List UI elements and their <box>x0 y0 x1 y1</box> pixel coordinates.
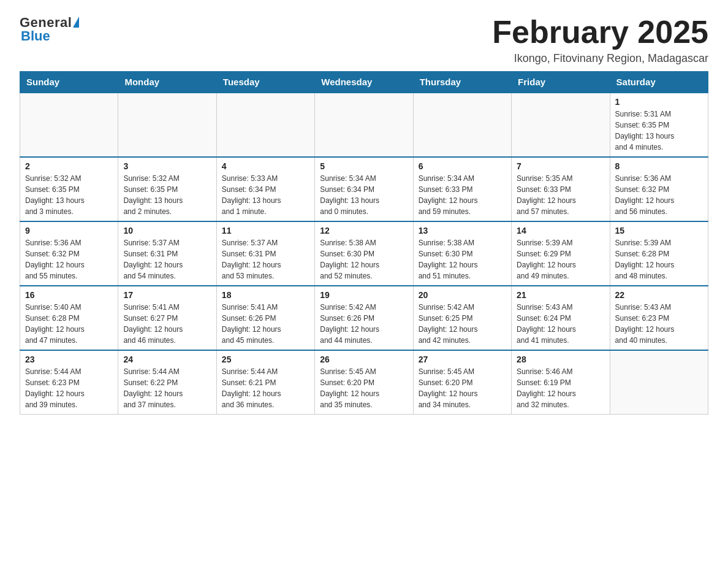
day-info: Sunrise: 5:35 AMSunset: 6:33 PMDaylight:… <box>517 173 604 217</box>
location-title: Ikongo, Fitovinany Region, Madagascar <box>492 52 708 65</box>
day-number: 21 <box>517 290 604 300</box>
day-info: Sunrise: 5:34 AMSunset: 6:33 PMDaylight:… <box>419 173 506 217</box>
calendar-day-cell <box>315 93 413 157</box>
day-number: 10 <box>123 226 211 236</box>
calendar-day-cell: 18Sunrise: 5:41 AMSunset: 6:26 PMDayligh… <box>216 286 314 350</box>
calendar-day-cell <box>610 350 708 415</box>
day-number: 23 <box>25 354 113 364</box>
day-number: 9 <box>25 226 113 236</box>
day-number: 1 <box>615 97 703 107</box>
day-info: Sunrise: 5:40 AMSunset: 6:28 PMDaylight:… <box>25 302 113 346</box>
calendar-day-cell: 22Sunrise: 5:43 AMSunset: 6:23 PMDayligh… <box>610 286 708 350</box>
day-info: Sunrise: 5:44 AMSunset: 6:21 PMDaylight:… <box>222 366 309 410</box>
calendar-day-cell <box>118 93 216 157</box>
day-info: Sunrise: 5:41 AMSunset: 6:26 PMDaylight:… <box>222 302 309 346</box>
day-info: Sunrise: 5:34 AMSunset: 6:34 PMDaylight:… <box>320 173 408 217</box>
calendar-day-cell: 24Sunrise: 5:44 AMSunset: 6:22 PMDayligh… <box>118 350 216 415</box>
calendar-header-sunday: Sunday <box>20 72 118 93</box>
day-info: Sunrise: 5:37 AMSunset: 6:31 PMDaylight:… <box>123 237 211 282</box>
calendar-day-cell: 23Sunrise: 5:44 AMSunset: 6:23 PMDayligh… <box>20 350 118 415</box>
calendar-day-cell: 2Sunrise: 5:32 AMSunset: 6:35 PMDaylight… <box>20 157 118 221</box>
calendar-day-cell: 20Sunrise: 5:42 AMSunset: 6:25 PMDayligh… <box>413 286 511 350</box>
day-info: Sunrise: 5:32 AMSunset: 6:35 PMDaylight:… <box>123 173 211 217</box>
month-title: February 2025 <box>492 15 708 50</box>
calendar-week-row: 23Sunrise: 5:44 AMSunset: 6:23 PMDayligh… <box>20 350 708 415</box>
calendar-day-cell: 28Sunrise: 5:46 AMSunset: 6:19 PMDayligh… <box>512 350 610 415</box>
calendar-week-row: 2Sunrise: 5:32 AMSunset: 6:35 PMDaylight… <box>20 157 708 221</box>
day-info: Sunrise: 5:43 AMSunset: 6:23 PMDaylight:… <box>615 302 703 346</box>
day-number: 22 <box>615 290 703 300</box>
day-number: 24 <box>123 354 211 364</box>
day-number: 4 <box>222 161 309 171</box>
day-number: 18 <box>222 290 309 300</box>
day-info: Sunrise: 5:38 AMSunset: 6:30 PMDaylight:… <box>320 237 408 282</box>
logo-triangle-icon <box>73 17 79 28</box>
calendar-day-cell: 5Sunrise: 5:34 AMSunset: 6:34 PMDaylight… <box>315 157 413 221</box>
calendar-day-cell: 17Sunrise: 5:41 AMSunset: 6:27 PMDayligh… <box>118 286 216 350</box>
calendar-day-cell: 12Sunrise: 5:38 AMSunset: 6:30 PMDayligh… <box>315 221 413 286</box>
calendar-day-cell <box>413 93 511 157</box>
calendar-day-cell: 15Sunrise: 5:39 AMSunset: 6:28 PMDayligh… <box>610 221 708 286</box>
day-number: 5 <box>320 161 408 171</box>
page-header: General Blue February 2025 Ikongo, Fitov… <box>20 15 708 65</box>
calendar-day-cell: 8Sunrise: 5:36 AMSunset: 6:32 PMDaylight… <box>610 157 708 221</box>
day-info: Sunrise: 5:33 AMSunset: 6:34 PMDaylight:… <box>222 173 309 217</box>
day-number: 14 <box>517 226 604 236</box>
day-info: Sunrise: 5:46 AMSunset: 6:19 PMDaylight:… <box>517 366 604 410</box>
day-number: 13 <box>419 226 506 236</box>
day-number: 3 <box>123 161 211 171</box>
calendar-header-row: SundayMondayTuesdayWednesdayThursdayFrid… <box>20 72 708 93</box>
day-number: 2 <box>25 161 113 171</box>
calendar-table: SundayMondayTuesdayWednesdayThursdayFrid… <box>20 71 708 415</box>
calendar-header-thursday: Thursday <box>413 72 511 93</box>
calendar-day-cell: 13Sunrise: 5:38 AMSunset: 6:30 PMDayligh… <box>413 221 511 286</box>
day-info: Sunrise: 5:44 AMSunset: 6:22 PMDaylight:… <box>123 366 211 410</box>
day-number: 26 <box>320 354 408 364</box>
day-number: 8 <box>615 161 703 171</box>
calendar-week-row: 16Sunrise: 5:40 AMSunset: 6:28 PMDayligh… <box>20 286 708 350</box>
day-info: Sunrise: 5:38 AMSunset: 6:30 PMDaylight:… <box>419 237 506 282</box>
day-number: 11 <box>222 226 309 236</box>
day-number: 15 <box>615 226 703 236</box>
calendar-day-cell: 11Sunrise: 5:37 AMSunset: 6:31 PMDayligh… <box>216 221 314 286</box>
calendar-day-cell <box>512 93 610 157</box>
calendar-header-monday: Monday <box>118 72 216 93</box>
logo: General Blue <box>20 15 79 44</box>
calendar-header-friday: Friday <box>512 72 610 93</box>
day-info: Sunrise: 5:39 AMSunset: 6:29 PMDaylight:… <box>517 237 604 282</box>
day-number: 16 <box>25 290 113 300</box>
day-info: Sunrise: 5:42 AMSunset: 6:26 PMDaylight:… <box>320 302 408 346</box>
day-info: Sunrise: 5:36 AMSunset: 6:32 PMDaylight:… <box>615 173 703 217</box>
calendar-header-wednesday: Wednesday <box>315 72 413 93</box>
day-number: 6 <box>419 161 506 171</box>
day-info: Sunrise: 5:45 AMSunset: 6:20 PMDaylight:… <box>320 366 408 410</box>
day-info: Sunrise: 5:44 AMSunset: 6:23 PMDaylight:… <box>25 366 113 410</box>
day-info: Sunrise: 5:37 AMSunset: 6:31 PMDaylight:… <box>222 237 309 282</box>
day-number: 17 <box>123 290 211 300</box>
day-number: 7 <box>517 161 604 171</box>
calendar-day-cell: 4Sunrise: 5:33 AMSunset: 6:34 PMDaylight… <box>216 157 314 221</box>
day-number: 19 <box>320 290 408 300</box>
calendar-day-cell: 3Sunrise: 5:32 AMSunset: 6:35 PMDaylight… <box>118 157 216 221</box>
day-number: 12 <box>320 226 408 236</box>
day-info: Sunrise: 5:45 AMSunset: 6:20 PMDaylight:… <box>419 366 506 410</box>
calendar-header-saturday: Saturday <box>610 72 708 93</box>
day-number: 27 <box>419 354 506 364</box>
calendar-day-cell: 21Sunrise: 5:43 AMSunset: 6:24 PMDayligh… <box>512 286 610 350</box>
calendar-day-cell <box>20 93 118 157</box>
calendar-day-cell: 19Sunrise: 5:42 AMSunset: 6:26 PMDayligh… <box>315 286 413 350</box>
calendar-day-cell: 1Sunrise: 5:31 AMSunset: 6:35 PMDaylight… <box>610 93 708 157</box>
day-number: 20 <box>419 290 506 300</box>
calendar-day-cell: 27Sunrise: 5:45 AMSunset: 6:20 PMDayligh… <box>413 350 511 415</box>
day-number: 25 <box>222 354 309 364</box>
day-number: 28 <box>517 354 604 364</box>
calendar-day-cell: 7Sunrise: 5:35 AMSunset: 6:33 PMDaylight… <box>512 157 610 221</box>
calendar-week-row: 1Sunrise: 5:31 AMSunset: 6:35 PMDaylight… <box>20 93 708 157</box>
day-info: Sunrise: 5:43 AMSunset: 6:24 PMDaylight:… <box>517 302 604 346</box>
calendar-day-cell <box>216 93 314 157</box>
calendar-day-cell: 9Sunrise: 5:36 AMSunset: 6:32 PMDaylight… <box>20 221 118 286</box>
calendar-header-tuesday: Tuesday <box>216 72 314 93</box>
title-block: February 2025 Ikongo, Fitovinany Region,… <box>492 15 708 65</box>
calendar-day-cell: 6Sunrise: 5:34 AMSunset: 6:33 PMDaylight… <box>413 157 511 221</box>
day-info: Sunrise: 5:31 AMSunset: 6:35 PMDaylight:… <box>615 109 703 153</box>
